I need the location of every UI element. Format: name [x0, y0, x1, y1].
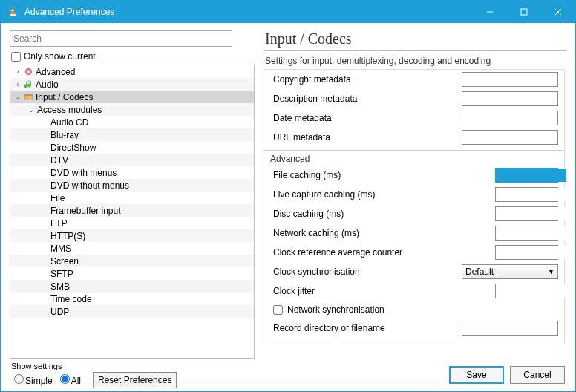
tree-item[interactable]: Time code [10, 293, 254, 305]
tree-item[interactable]: MMS [10, 242, 254, 255]
tree-item[interactable]: ›Advanced [10, 65, 254, 78]
tree-item-label: DirectShow [49, 143, 96, 153]
body: Only show current ›Advanced›Audio⌄Input … [1, 23, 575, 359]
show-settings-label: Show settings [11, 362, 177, 370]
settings-tree[interactable]: ›Advanced›Audio⌄Input / Codecs⌄Access mo… [10, 65, 255, 359]
only-show-current[interactable]: Only show current [10, 51, 255, 62]
tree-twisty-icon[interactable]: › [13, 68, 22, 76]
tree-item-label: Blu-ray [49, 130, 79, 140]
only-show-current-label: Only show current [24, 51, 96, 62]
tree-item[interactable]: SMB [10, 280, 254, 293]
field-label: Live capture caching (ms) [273, 189, 422, 200]
tree-item[interactable]: Framebuffer input [10, 204, 254, 217]
tree-item[interactable]: DVD with menus [10, 166, 254, 179]
field-label: Record directory or filename [273, 323, 422, 333]
tree-item-label: Input / Codecs [34, 92, 93, 102]
tree-twisty-icon[interactable]: ⌄ [27, 105, 36, 114]
field-row: Live capture caching (ms)▲▼ [264, 185, 564, 204]
network-sync-row: Network synchronisation [264, 301, 564, 318]
tree-item-label: DVD without menus [49, 180, 129, 191]
field-row: Clock reference average counter▲▼ [264, 243, 564, 262]
tree-item[interactable]: SFTP [10, 267, 254, 280]
spinner-input[interactable] [496, 246, 566, 259]
tree-item[interactable]: DVD without menus [10, 179, 254, 192]
number-spinner[interactable]: ▲▼ [495, 168, 558, 183]
number-spinner[interactable]: ▲▼ [495, 245, 558, 260]
gear-icon [22, 67, 34, 77]
spinner-input[interactable] [496, 284, 566, 298]
field-row: Disc caching (ms)▲▼ [264, 204, 564, 223]
show-simple[interactable]: Simple [11, 374, 53, 386]
tree-item[interactable]: FTP [10, 217, 254, 229]
field-row: Clock jitter▲▼ [264, 281, 564, 301]
number-spinner[interactable]: ▲▼ [495, 187, 558, 202]
spinner-input[interactable] [496, 207, 566, 220]
footer: Show settings Simple All Reset Preferenc… [1, 359, 575, 391]
tree-item-label: File [49, 193, 65, 203]
tree-item[interactable]: HTTP(S) [10, 229, 254, 242]
tree-item[interactable]: ›Audio [10, 78, 254, 91]
svg-rect-1 [10, 14, 16, 16]
tree-item[interactable]: Screen [10, 255, 254, 267]
tree-item-label: MMS [49, 244, 71, 254]
tree-item[interactable]: DTV [10, 154, 254, 166]
tree-item-label: SFTP [49, 269, 73, 279]
spinner-input[interactable] [496, 188, 566, 201]
maximize-button[interactable] [507, 1, 541, 23]
tree-item[interactable]: UDP [10, 305, 254, 318]
tree-item[interactable]: ⌄Input / Codecs [10, 91, 254, 103]
field-row: URL metadata [264, 128, 564, 147]
tree-twisty-icon[interactable]: › [13, 80, 22, 88]
field-label: Copyright metadata [273, 74, 422, 85]
field-label: Clock synchronisation [273, 267, 422, 277]
spinner-input[interactable] [496, 226, 566, 240]
tree-item-label: UDP [49, 307, 69, 317]
field-label: File caching (ms) [273, 170, 422, 180]
reset-preferences-button[interactable]: Reset Preferences [93, 372, 177, 388]
text-input[interactable] [462, 130, 558, 145]
tree-twisty-icon[interactable]: ⌄ [13, 93, 22, 101]
tree-item[interactable]: File [10, 192, 254, 204]
settings-scroll[interactable]: Copyright metadataDescription metadataDa… [264, 69, 566, 359]
field-label: Clock jitter [273, 286, 422, 296]
tree-item-label: HTTP(S) [49, 231, 85, 241]
left-pane: Only show current ›Advanced›Audio⌄Input … [10, 30, 255, 359]
text-input[interactable] [462, 91, 558, 106]
text-input[interactable] [462, 72, 558, 87]
field-label: Date metadata [273, 113, 422, 123]
tree-item[interactable]: Audio CD [10, 116, 254, 128]
tree-item-label: Access modules [36, 105, 102, 115]
field-row: Record directory or filename [264, 318, 564, 338]
app-icon [7, 6, 19, 18]
tree-item[interactable]: Blu-ray [10, 128, 254, 141]
spinner-input[interactable] [496, 169, 566, 182]
network-sync-checkbox[interactable] [273, 305, 283, 315]
number-spinner[interactable]: ▲▼ [495, 284, 558, 298]
clock-sync-dropdown[interactable]: Default▼ [462, 264, 558, 279]
search-input[interactable] [10, 30, 232, 47]
only-show-current-checkbox[interactable] [11, 52, 21, 62]
panel-title: Input / Codecs [264, 30, 566, 51]
tree-item[interactable]: ⌄Access modules [10, 103, 254, 116]
right-pane: Input / Codecs Settings for input, demul… [264, 30, 566, 359]
show-settings: Show settings Simple All Reset Preferenc… [11, 362, 177, 388]
codec-icon [22, 92, 34, 102]
audio-icon [22, 79, 34, 90]
close-button[interactable] [541, 1, 575, 23]
svg-rect-2 [11, 10, 14, 11]
cancel-button[interactable]: Cancel [510, 366, 565, 384]
number-spinner[interactable]: ▲▼ [495, 226, 558, 241]
text-input[interactable] [462, 321, 558, 336]
text-input[interactable] [462, 111, 558, 125]
field-label: Network caching (ms) [273, 228, 422, 238]
svg-rect-4 [521, 9, 527, 15]
tree-item[interactable]: DirectShow [10, 141, 254, 154]
field-row: File caching (ms)▲▼ [264, 166, 564, 185]
field-label: URL metadata [273, 132, 422, 143]
save-button[interactable]: Save [449, 366, 504, 384]
tree-item-label: FTP [49, 218, 68, 229]
field-row: Date metadata [264, 108, 564, 128]
minimize-button[interactable] [473, 1, 507, 23]
show-all[interactable]: All [57, 374, 81, 386]
number-spinner[interactable]: ▲▼ [495, 206, 558, 221]
